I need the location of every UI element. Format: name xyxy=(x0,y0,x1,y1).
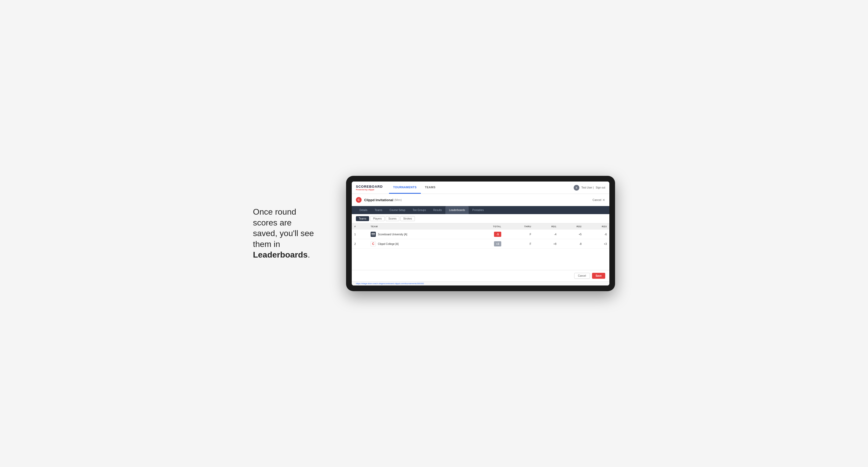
cell-thru: F xyxy=(504,239,534,249)
filter-bar: Teams Players Scores Strokes xyxy=(352,214,609,223)
main-nav: TOURNAMENTS TEAMS xyxy=(389,182,440,194)
score-badge: -5 xyxy=(494,232,501,237)
nav-tournaments[interactable]: TOURNAMENTS xyxy=(389,182,421,194)
team-name: Clippd College [A] xyxy=(378,243,399,245)
svg-rect-2 xyxy=(371,235,375,236)
cell-rank: 1 xyxy=(352,229,368,239)
cancel-button[interactable]: Cancel xyxy=(574,273,590,279)
cell-rd3: -6 xyxy=(584,229,609,239)
table-row: 2 C Clippd College [A] +3 F +8 -8 +3 xyxy=(352,239,609,249)
cell-team: Scoreboard University [A] xyxy=(368,229,471,239)
table-row: 1 Scoreboard University [A] -5 F -4 +5 -… xyxy=(352,229,609,239)
tournament-logo: C xyxy=(356,197,362,203)
tablet-screen: SCOREBOARD Powered by clippd TOURNAMENTS… xyxy=(352,182,609,285)
logo-text: SCOREBOARD xyxy=(356,185,383,188)
cancel-x-icon: ✕ xyxy=(602,198,605,202)
status-url: https://stage-blue-coach.stagescoreboard… xyxy=(356,282,424,285)
tournament-subtitle: (Men) xyxy=(395,198,402,201)
nav-teams[interactable]: TEAMS xyxy=(421,182,440,194)
bottom-bar: Cancel Save xyxy=(352,270,609,281)
tournament-cancel-button[interactable]: Cancel ✕ xyxy=(593,198,605,202)
tab-navigation: Details Teams Course Setup Tee Groups Re… xyxy=(352,206,609,214)
user-name: Test User | xyxy=(582,186,594,189)
col-thru: THRU xyxy=(504,223,534,229)
status-bar: https://stage-blue-coach.stagescoreboard… xyxy=(352,281,609,285)
tab-teams[interactable]: Teams xyxy=(371,206,386,214)
table-header-row: # TEAM TOTAL THRU RD1 RD2 RD3 xyxy=(352,223,609,229)
tab-tee-groups[interactable]: Tee Groups xyxy=(409,206,430,214)
tournament-header: C Clippd Invitational (Men) Cancel ✕ xyxy=(352,194,609,206)
col-rd2: RD2 xyxy=(559,223,584,229)
filter-scores[interactable]: Scores xyxy=(385,216,399,221)
tab-details[interactable]: Details xyxy=(356,206,371,214)
svg-rect-1 xyxy=(371,234,375,235)
col-rd1: RD1 xyxy=(534,223,559,229)
user-avatar: S xyxy=(574,185,579,191)
filter-players[interactable]: Players xyxy=(370,216,384,221)
cell-rd2: -8 xyxy=(559,239,584,249)
save-button[interactable]: Save xyxy=(592,273,605,279)
tab-printables[interactable]: Printables xyxy=(469,206,487,214)
col-rd3: RD3 xyxy=(584,223,609,229)
top-nav: SCOREBOARD Powered by clippd TOURNAMENTS… xyxy=(352,182,609,194)
col-team: TEAM xyxy=(368,223,471,229)
score-badge: +3 xyxy=(494,241,501,246)
tab-course-setup[interactable]: Course Setup xyxy=(386,206,409,214)
tablet-device: SCOREBOARD Powered by clippd TOURNAMENTS… xyxy=(346,176,615,291)
logo-sub: Powered by clippd xyxy=(356,188,383,191)
cell-rd2: +5 xyxy=(559,229,584,239)
cell-rd3: +3 xyxy=(584,239,609,249)
cell-rank: 2 xyxy=(352,239,368,249)
cell-rd1: -4 xyxy=(534,229,559,239)
tab-results[interactable]: Results xyxy=(430,206,445,214)
nav-right: S Test User | Sign out xyxy=(574,185,605,191)
team-name: Scoreboard University [A] xyxy=(378,233,407,236)
cell-rd1: +8 xyxy=(534,239,559,249)
col-total: TOTAL xyxy=(471,223,504,229)
filter-teams[interactable]: Teams xyxy=(356,216,369,221)
side-description: Once round scores are saved, you'll see … xyxy=(253,207,331,260)
leaderboard-content: # TEAM TOTAL THRU RD1 RD2 RD3 1 xyxy=(352,223,609,270)
app-logo: SCOREBOARD Powered by clippd xyxy=(356,185,383,191)
filter-strokes[interactable]: Strokes xyxy=(400,216,415,221)
tournament-title: Clippd Invitational xyxy=(364,198,393,202)
col-rank: # xyxy=(352,223,368,229)
cell-total: -5 xyxy=(471,229,504,239)
sign-out-link[interactable]: Sign out xyxy=(596,186,605,189)
cell-thru: F xyxy=(504,229,534,239)
svg-rect-0 xyxy=(371,233,375,234)
cell-team: C Clippd College [A] xyxy=(368,239,471,249)
team-logo xyxy=(371,232,376,237)
cell-total: +3 xyxy=(471,239,504,249)
team-logo: C xyxy=(371,241,376,246)
tab-leaderboards[interactable]: Leaderboards xyxy=(445,206,469,214)
leaderboard-table: # TEAM TOTAL THRU RD1 RD2 RD3 1 xyxy=(352,223,609,249)
